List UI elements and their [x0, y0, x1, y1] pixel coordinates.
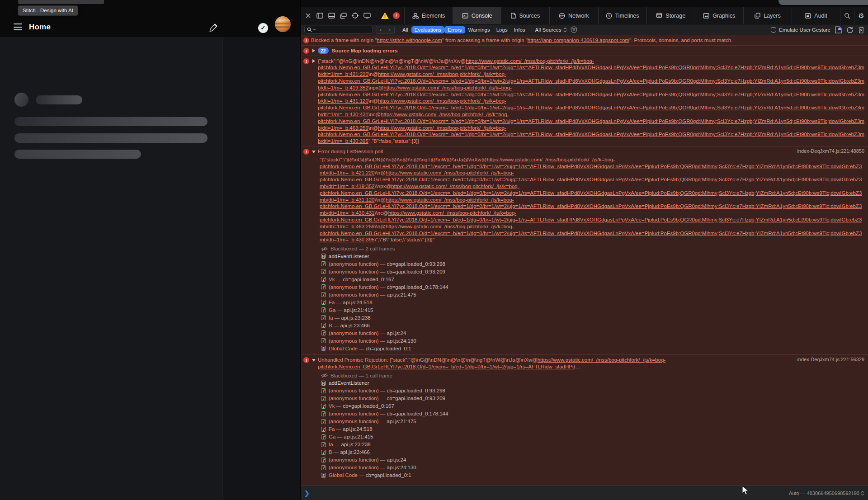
close-icon[interactable]	[304, 12, 312, 19]
reload-icon[interactable]	[846, 26, 854, 33]
console-prompt[interactable]: ❯ Auto — 4830664950698592190	[301, 486, 868, 500]
filter-logs[interactable]: Logs	[493, 26, 511, 33]
stack-frame-row[interactable]: fGa — api.js:21:415	[321, 433, 864, 441]
skeleton-bar	[14, 150, 141, 159]
stack-frame-row[interactable]: SGlobal Code — cb=gapi.loaded_0:1	[321, 472, 864, 479]
error-icon: !	[303, 149, 309, 155]
stack-frame-row[interactable]: f(anonymous function) — api.js:24	[321, 329, 864, 337]
frame-source-location: cb=gapi.loaded_0:1	[366, 472, 411, 478]
tab-storage[interactable]: Storage	[646, 7, 695, 24]
page-tooltip: Stitch - Design with AI	[18, 5, 78, 16]
separate-window-icon[interactable]	[340, 12, 347, 19]
dock-bottom-icon[interactable]	[328, 12, 335, 19]
stack-frame-row[interactable]: f(anonymous function) — api.js:21:475	[321, 291, 864, 298]
stack-frame-row[interactable]: f(anonymous function) — cb=gapi.loaded_0…	[321, 283, 864, 291]
stack-frame-row[interactable]: f(anonymous function) — cb=gapi.loaded_0…	[321, 260, 864, 268]
window-controls: !	[301, 7, 404, 24]
console-error-stack-collapsed[interactable]: ! {"stack":"@\nG@\nDN@\n@\n@\n@\ngT@\nW@…	[301, 56, 868, 146]
stack-frame-row[interactable]: fGa — api.js:21:415	[321, 306, 864, 314]
disclosure-expanded-icon[interactable]	[312, 359, 316, 362]
source-location[interactable]: index-DeqJxm74.js:221:48850	[797, 148, 864, 154]
search-scope-chevron-icon	[313, 28, 316, 31]
js-document-icon[interactable]: JS	[835, 26, 842, 33]
filter-warnings[interactable]: Warnings	[465, 26, 493, 33]
disclosure-collapsed-icon[interactable]	[312, 49, 315, 52]
clear-console-trash-icon[interactable]	[858, 26, 864, 33]
find-previous-button[interactable]: ‹	[376, 26, 385, 34]
source-location[interactable]: index-DeqJxm74.js:221:56329	[797, 357, 864, 362]
stack-frame-row[interactable]: SGlobal Code — cb=gapi.loaded_0:1	[321, 344, 864, 352]
tab-elements[interactable]: Elements	[404, 7, 453, 24]
stack-frame-row[interactable]: f(anonymous function) — cb=gapi.loaded_0…	[321, 387, 864, 395]
frame-source-location: api.js:24:518	[343, 426, 372, 432]
blackboxed-row[interactable]: Blackboxed — 2 call frames	[321, 245, 864, 252]
stack-frame-row[interactable]: f(anonymous function) — api.js:24:130	[321, 464, 864, 472]
console-search-input[interactable]	[304, 26, 373, 33]
filter-lines-icon[interactable]	[571, 26, 577, 33]
inspect-element-icon[interactable]	[351, 12, 359, 19]
frame-source-location: api.js:24:130	[387, 338, 416, 344]
auto-status-label[interactable]: Auto — 4830664950698592190	[789, 491, 864, 496]
svg-text:JS: JS	[838, 28, 840, 30]
frame-type-badge: f	[321, 411, 326, 416]
unhandled-header[interactable]: ! Unhandled Promise Rejection: {"stack":…	[301, 355, 868, 372]
listsession-stack-row: · "{\"stack\":\"@\\nG@\\nDN@\\n@\\n@\\n@…	[301, 156, 868, 245]
stack-frame-row[interactable]: fB — api.js:23:466	[321, 321, 864, 329]
frame-source-location: cb=gapi.loaded_0:93:209	[387, 396, 445, 401]
inspector-search-icon[interactable]	[840, 7, 854, 24]
blackboxed-row[interactable]: Blackboxed — 1 call frame	[321, 372, 864, 379]
edit-pencil-icon[interactable]	[209, 22, 219, 32]
errors-icon[interactable]: !	[393, 12, 400, 19]
tab-audit[interactable]: Audit	[792, 7, 840, 24]
stack-frame-row[interactable]: f(anonymous function) — api.js:21:475	[321, 418, 864, 425]
warnings-icon[interactable]	[381, 12, 389, 19]
filter-all[interactable]: All	[399, 26, 411, 33]
stack-frame-row[interactable]: fB — api.js:23:466	[321, 448, 864, 456]
error-message: Error during ListSession poll	[318, 148, 864, 155]
error-message: Blocked a frame with origin "https://sti…	[311, 37, 864, 44]
stack-frame-row[interactable]: f(anonymous function) — api.js:24	[321, 456, 864, 464]
dock-side-icon[interactable]	[316, 12, 324, 19]
frame-type-badge: f	[321, 269, 326, 274]
stack-frame-row[interactable]: NaddEventListener	[321, 252, 864, 260]
stack-frame-row[interactable]: f(anonymous function) — cb=gapi.loaded_0…	[321, 410, 864, 418]
stack-frame-row[interactable]: fFa — api.js:24:518	[321, 298, 864, 306]
console-error-unhandled-group: ! Unhandled Promise Rejection: {"stack":…	[301, 355, 868, 481]
tab-timelines[interactable]: Timelines	[598, 7, 646, 24]
find-next-button[interactable]: ›	[385, 26, 395, 34]
emulate-user-gesture-checkbox[interactable]: Emulate User Gesture	[771, 27, 830, 33]
stack-frame-row[interactable]: f(anonymous function) — cb=gapi.loaded_0…	[321, 395, 864, 402]
tab-sources[interactable]: Sources	[501, 7, 549, 24]
all-sources-select[interactable]: All Sources	[535, 27, 567, 33]
tab-network[interactable]: Network	[549, 7, 598, 24]
stack-frame-row[interactable]: fIa — api.js:23:238	[321, 441, 864, 448]
stack-frame-row[interactable]: fVk — cb=gapi.loaded_0:167	[321, 275, 864, 283]
filter-evaluations[interactable]: Evaluations	[411, 26, 444, 33]
stack-frame-row[interactable]: fFa — api.js:24:518	[321, 425, 864, 433]
tab-layers[interactable]: Layers	[743, 7, 792, 24]
stack-frame-row[interactable]: NaddEventListener	[321, 379, 864, 387]
console-error-sourcemap-group[interactable]: ! 22 Source Map loading errors	[301, 46, 868, 56]
filter-errors[interactable]: Errors	[444, 26, 465, 33]
frame-source-location: cb=gapi.loaded_0:93:298	[387, 261, 445, 267]
tab-console[interactable]: Console	[453, 7, 501, 24]
stack-frame-row[interactable]: fIa — api.js:23:238	[321, 314, 864, 321]
tab-graphics[interactable]: Graphics	[695, 7, 743, 24]
device-icon[interactable]	[363, 12, 371, 19]
hamburger-menu-icon[interactable]	[14, 24, 22, 30]
frame-type-badge: f	[321, 427, 326, 432]
stitch-page: Home ✓ Stitch - Design with AI	[0, 0, 300, 500]
filter-infos[interactable]: Infos	[511, 26, 528, 33]
call-frames-list: Blackboxed — 1 call frame NaddEventListe…	[301, 372, 868, 481]
stack-frame-row[interactable]: fVk — cb=gapi.loaded_0:167	[321, 402, 864, 410]
stack-frame-row[interactable]: f(anonymous function) — api.js:24:130	[321, 337, 864, 344]
console-error-blocked-frame[interactable]: ! Blocked a frame with origin "https://s…	[301, 35, 868, 46]
check-badge-icon[interactable]: ✓	[258, 23, 268, 33]
avatar[interactable]	[275, 16, 291, 32]
stack-frame-row[interactable]: f(anonymous function) — cb=gapi.loaded_0…	[321, 268, 864, 275]
listsession-header[interactable]: ! Error during ListSession poll index-De…	[301, 146, 868, 156]
disclosure-collapsed-icon[interactable]	[312, 59, 315, 63]
disclosure-expanded-icon[interactable]	[312, 151, 316, 153]
frame-source-location: cb=gapi.loaded_0:1	[366, 346, 411, 351]
settings-gear-icon[interactable]: ⚙	[854, 7, 868, 24]
